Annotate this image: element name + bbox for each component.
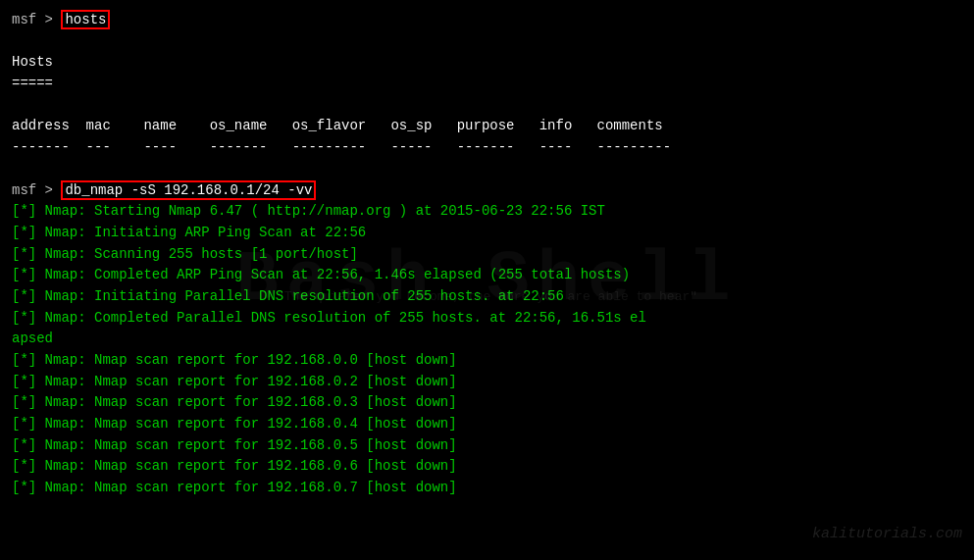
nmap-line-7: [*] Nmap: Nmap scan report for 192.168.0… (12, 350, 962, 372)
nmap-line-8: [*] Nmap: Nmap scan report for 192.168.0… (12, 372, 962, 393)
nmap-line-5: [*] Nmap: Initiating Parallel DNS resolu… (12, 286, 962, 308)
nmap-line-12: [*] Nmap: Nmap scan report for 192.168.0… (12, 456, 962, 478)
nmap-line-4: [*] Nmap: Completed ARP Ping Scan at 22:… (12, 265, 962, 286)
dbnmap-command: db_nmap -sS 192.168.0.1/24 -vv (61, 180, 316, 200)
line-hosts-underline: ===== (12, 74, 962, 95)
nmap-line-1: [*] Nmap: Starting Nmap 6.47 ( http://nm… (12, 201, 962, 223)
nmap-line-11: [*] Nmap: Nmap scan report for 192.168.0… (12, 435, 962, 457)
line-col-dashes: ------- --- ---- ------- --------- -----… (12, 137, 962, 159)
line-hosts-title: Hosts (12, 52, 962, 74)
line-prompt-hosts: msf > hosts (12, 10, 962, 31)
line-prompt-dbnmap: msf > db_nmap -sS 192.168.0.1/24 -vv (12, 180, 962, 202)
nmap-line-6: [*] Nmap: Completed Parallel DNS resolut… (12, 308, 962, 330)
hosts-command: hosts (61, 10, 110, 29)
watermark-site: kalitutorials.com (812, 526, 962, 542)
prompt-1: msf > (12, 12, 61, 27)
terminal-window: msf > hosts Hosts ===== address mac name… (0, 0, 974, 560)
line-blank-2 (12, 95, 962, 117)
nmap-line-2: [*] Nmap: Initiating ARP Ping Scan at 22… (12, 223, 962, 244)
line-blank-3 (12, 159, 962, 180)
prompt-2: msf > (12, 182, 61, 198)
line-blank-1 (12, 31, 962, 53)
nmap-line-9: [*] Nmap: Nmap scan report for 192.168.0… (12, 392, 962, 414)
nmap-line-6b: apsed (12, 329, 962, 350)
nmap-line-3: [*] Nmap: Scanning 255 hosts [1 port/hos… (12, 244, 962, 266)
line-col-headers: address mac name os_name os_flavor os_sp… (12, 116, 962, 137)
nmap-line-13: [*] Nmap: Nmap scan report for 192.168.0… (12, 478, 962, 499)
nmap-line-10: [*] Nmap: Nmap scan report for 192.168.0… (12, 414, 962, 435)
